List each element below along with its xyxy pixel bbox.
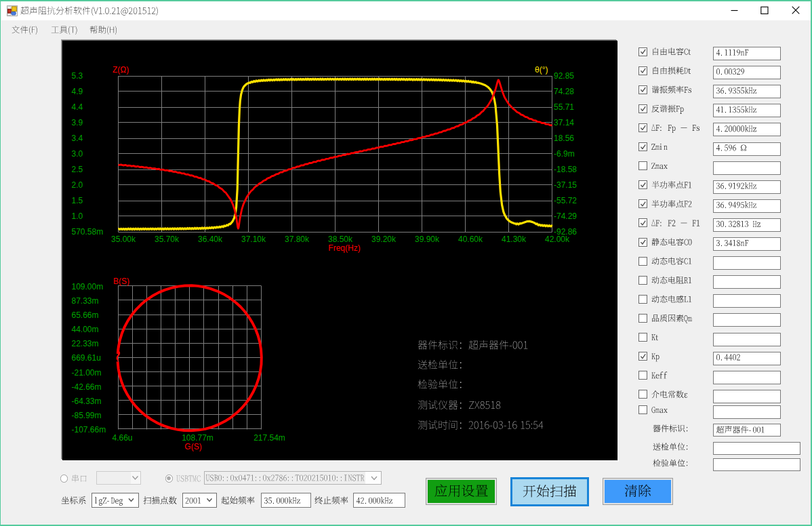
svg-text:1.5: 1.5 [72,196,83,205]
svg-text:4.4: 4.4 [72,102,83,112]
svg-text:-21.00m: -21.00m [72,368,102,378]
svg-text:37.14: 37.14 [554,118,574,127]
svg-text:-64.33m: -64.33m [72,397,102,406]
svg-text:G(S): G(S) [184,442,201,451]
svg-text:1.0: 1.0 [72,211,83,221]
svg-text:92.85: 92.85 [554,71,574,81]
svg-text:217.54m: 217.54m [253,433,285,443]
svg-text:θ(°): θ(°) [535,65,548,75]
svg-text:3.9: 3.9 [72,118,83,127]
svg-text:5.3: 5.3 [72,71,83,81]
svg-text:87.33m: 87.33m [72,296,99,306]
svg-text:-55.72: -55.72 [554,196,577,205]
svg-text:22.33m: 22.33m [72,339,99,348]
svg-text:Freq(Hz): Freq(Hz) [328,243,360,253]
svg-text:-74.29: -74.29 [554,211,577,221]
svg-text:18.56: 18.56 [554,134,574,143]
svg-text:39.20k: 39.20k [371,235,397,244]
svg-text:3.4: 3.4 [72,134,83,143]
svg-text:-42.66m: -42.66m [72,382,102,392]
svg-text:65.66m: 65.66m [72,310,99,320]
svg-text:37.10k: 37.10k [241,235,266,244]
svg-text:37.80k: 37.80k [285,235,310,244]
svg-text:38.50k: 38.50k [328,235,353,244]
svg-text:39.90k: 39.90k [415,235,440,244]
svg-text:35.00k: 35.00k [111,235,136,244]
svg-text:669.61u: 669.61u [72,353,101,363]
svg-text:4.9: 4.9 [72,87,83,96]
svg-text:Z(Ω): Z(Ω) [113,65,129,75]
svg-text:B(S): B(S) [113,277,129,286]
svg-text:4.66u: 4.66u [112,433,132,443]
svg-text:55.71: 55.71 [554,102,574,112]
svg-text:3.0: 3.0 [72,149,83,159]
svg-text:44.00m: 44.00m [72,325,99,334]
svg-text:2.0: 2.0 [72,180,83,190]
svg-text:2.5: 2.5 [72,165,83,174]
svg-text:40.60k: 40.60k [458,235,483,244]
svg-text:-6.9m: -6.9m [554,149,575,159]
svg-text:74.28: 74.28 [554,87,574,96]
svg-text:36.40k: 36.40k [198,235,223,244]
svg-text:-37.15: -37.15 [554,180,577,190]
svg-text:570.58m: 570.58m [72,227,104,237]
svg-text:41.30k: 41.30k [502,235,527,244]
svg-text:42.00k: 42.00k [545,235,570,244]
svg-text:35.70k: 35.70k [155,235,180,244]
svg-text:109.00m: 109.00m [72,282,104,291]
svg-text:-85.99m: -85.99m [72,411,102,420]
svg-text:-107.66m: -107.66m [72,425,106,434]
svg-text:-18.58: -18.58 [554,165,577,174]
